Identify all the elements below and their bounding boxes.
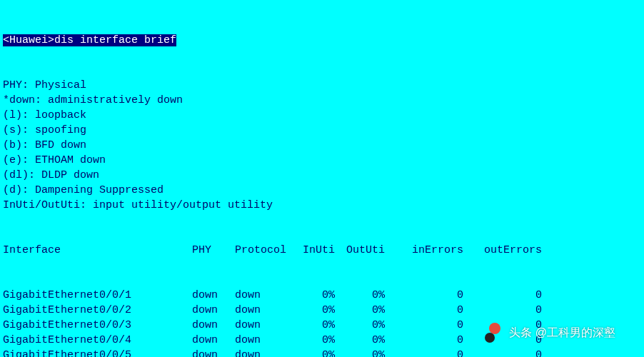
header-phy: PHY xyxy=(192,243,235,258)
legend-line: (e): ETHOAM down xyxy=(3,153,641,168)
table-header: Interface PHY Protocol InUti OutUti inEr… xyxy=(3,243,641,258)
legend-line: (b): BFD down xyxy=(3,138,641,153)
header-inuti: InUti xyxy=(299,243,342,258)
header-inerrors: inErrors xyxy=(392,243,471,258)
terminal-output[interactable]: <Huawei>dis interface brief PHY: Physica… xyxy=(3,3,641,357)
cell-phy: down xyxy=(192,333,235,348)
table-row: GigabitEthernet0/0/1downdown0%0%00 xyxy=(3,288,641,303)
cell-inuti: 0% xyxy=(299,348,342,357)
cell-inerrors: 0 xyxy=(392,348,471,357)
cell-phy: down xyxy=(192,318,235,333)
cell-inerrors: 0 xyxy=(392,288,471,303)
legend-line: (d): Dampening Suppressed xyxy=(3,183,641,198)
header-outerrors: outErrors xyxy=(471,243,549,258)
cell-inuti: 0% xyxy=(299,318,342,333)
cell-interface: GigabitEthernet0/0/3 xyxy=(3,318,192,333)
cell-protocol: down xyxy=(235,303,299,318)
legend-line: (s): spoofing xyxy=(3,123,641,138)
cell-inuti: 0% xyxy=(299,288,342,303)
cell-inuti: 0% xyxy=(299,333,342,348)
watermark: 头条 @工科男的深壑 xyxy=(485,323,615,343)
header-oututi: OutUti xyxy=(342,243,392,258)
cell-protocol: down xyxy=(235,318,299,333)
watermark-text: 头条 @工科男的深壑 xyxy=(509,326,615,341)
toutiao-logo-icon xyxy=(485,323,505,343)
prompt-prefix: <Huawei> xyxy=(3,34,54,46)
cell-inerrors: 0 xyxy=(392,333,471,348)
header-protocol: Protocol xyxy=(235,243,299,258)
legend-line: (dl): DLDP down xyxy=(3,168,641,183)
command-line: <Huawei>dis interface brief xyxy=(3,33,641,48)
legend-line: PHY: Physical xyxy=(3,78,641,93)
command-text: dis interface brief xyxy=(54,34,176,46)
cell-interface: GigabitEthernet0/0/5 xyxy=(3,348,192,357)
legend-line: *down: administratively down xyxy=(3,93,641,108)
cell-protocol: down xyxy=(235,348,299,357)
cell-phy: down xyxy=(192,303,235,318)
cell-oututi: 0% xyxy=(342,333,392,348)
cell-oututi: 0% xyxy=(342,288,392,303)
cell-outerrors: 0 xyxy=(471,348,549,357)
cell-inerrors: 0 xyxy=(392,303,471,318)
cell-oututi: 0% xyxy=(342,318,392,333)
cell-phy: down xyxy=(192,288,235,303)
cell-oututi: 0% xyxy=(342,303,392,318)
table-row: GigabitEthernet0/0/5downdown0%0%00 xyxy=(3,348,641,357)
cell-oututi: 0% xyxy=(342,348,392,357)
header-interface: Interface xyxy=(3,243,192,258)
legend-line: (l): loopback xyxy=(3,108,641,123)
cell-phy: down xyxy=(192,348,235,357)
table-row: GigabitEthernet0/0/2downdown0%0%00 xyxy=(3,303,641,318)
legend-block: PHY: Physical*down: administratively dow… xyxy=(3,78,641,213)
cell-protocol: down xyxy=(235,288,299,303)
cell-interface: GigabitEthernet0/0/1 xyxy=(3,288,192,303)
cell-outerrors: 0 xyxy=(471,288,549,303)
legend-line: InUti/OutUti: input utility/output utili… xyxy=(3,198,641,213)
cell-interface: GigabitEthernet0/0/2 xyxy=(3,303,192,318)
cell-inuti: 0% xyxy=(299,303,342,318)
cell-interface: GigabitEthernet0/0/4 xyxy=(3,333,192,348)
cell-outerrors: 0 xyxy=(471,303,549,318)
cell-inerrors: 0 xyxy=(392,318,471,333)
cell-protocol: down xyxy=(235,333,299,348)
